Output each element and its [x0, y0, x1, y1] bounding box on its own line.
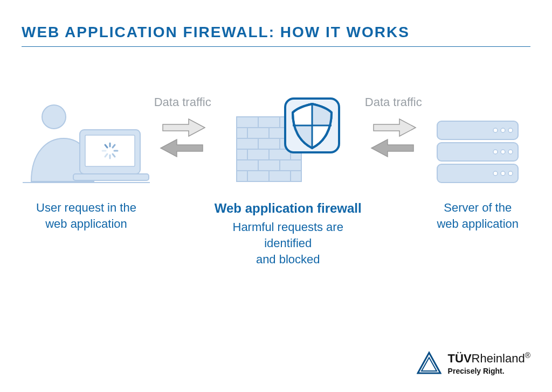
svg-point-53 [508, 171, 513, 176]
svg-rect-42 [437, 121, 518, 139]
svg-rect-43 [437, 143, 518, 161]
svg-marker-54 [418, 353, 440, 373]
bidirectional-arrow-icon [158, 118, 207, 158]
bidirectional-arrow-icon [369, 118, 418, 158]
svg-marker-55 [422, 358, 437, 371]
svg-rect-16 [237, 117, 258, 128]
svg-point-50 [508, 150, 513, 154]
svg-rect-30 [237, 160, 258, 171]
svg-point-48 [493, 150, 498, 154]
brand-tagline: Precisely Right. [448, 367, 530, 375]
server-caption-line1: Server of the [444, 201, 512, 214]
svg-rect-32 [280, 160, 301, 171]
svg-point-47 [508, 128, 513, 132]
svg-rect-17 [258, 117, 280, 128]
svg-marker-41 [371, 139, 413, 157]
svg-rect-2 [85, 135, 135, 166]
traffic-left-label: Data traffic [154, 95, 211, 109]
brand-logo: TÜVRheinland® Precisely Right. [417, 351, 530, 376]
brand-rheinland: Rheinland [472, 352, 525, 365]
user-caption: User request in the web application [36, 200, 136, 232]
svg-rect-33 [237, 171, 247, 181]
server-column: Server of the web application [425, 95, 530, 232]
svg-point-52 [501, 171, 505, 176]
svg-rect-27 [247, 149, 269, 160]
svg-point-51 [493, 171, 498, 176]
svg-rect-36 [291, 171, 301, 181]
traffic-right-label: Data traffic [365, 95, 422, 109]
user-laptop-icon [22, 95, 151, 187]
user-caption-line2: web application [45, 217, 127, 230]
diagram-row: User request in the web application Data… [22, 95, 530, 267]
svg-rect-34 [247, 171, 269, 181]
brand-text: TÜVRheinland® Precisely Right. [448, 351, 530, 375]
waf-column: Web application firewall Harmful request… [214, 95, 362, 267]
waf-caption: Web application firewall Harmful request… [214, 200, 362, 267]
svg-rect-31 [258, 160, 280, 171]
svg-marker-13 [163, 119, 205, 136]
svg-point-45 [493, 128, 498, 132]
server-caption-line2: web application [437, 217, 519, 230]
server-rack-icon [432, 95, 523, 187]
waf-caption-line2: and blocked [256, 253, 320, 266]
user-column: User request in the web application [22, 95, 151, 232]
svg-rect-26 [237, 149, 247, 160]
waf-heading: Web application firewall [214, 200, 362, 217]
svg-point-0 [42, 105, 66, 129]
svg-rect-44 [437, 164, 518, 183]
title-divider [22, 46, 530, 47]
svg-rect-35 [269, 171, 291, 181]
brand-registered: ® [525, 351, 530, 360]
svg-point-46 [501, 128, 505, 132]
svg-point-49 [501, 150, 505, 154]
page-title: WEB APPLICATION FIREWALL: HOW IT WORKS [22, 24, 530, 41]
waf-caption-line1: Harmful requests are identified [233, 220, 343, 250]
svg-rect-20 [247, 128, 269, 138]
svg-rect-24 [258, 138, 280, 149]
user-caption-line1: User request in the [36, 201, 136, 214]
svg-rect-19 [237, 128, 247, 138]
arrows-left: Data traffic [151, 95, 214, 162]
brand-tuv: TÜV [448, 352, 472, 365]
arrows-right: Data traffic [362, 95, 425, 162]
svg-rect-23 [237, 138, 258, 149]
svg-marker-14 [161, 139, 203, 157]
svg-rect-3 [73, 174, 149, 180]
svg-marker-40 [374, 119, 416, 136]
firewall-shield-icon [231, 95, 344, 187]
server-caption: Server of the web application [437, 200, 519, 232]
tuv-triangle-icon [417, 351, 441, 376]
